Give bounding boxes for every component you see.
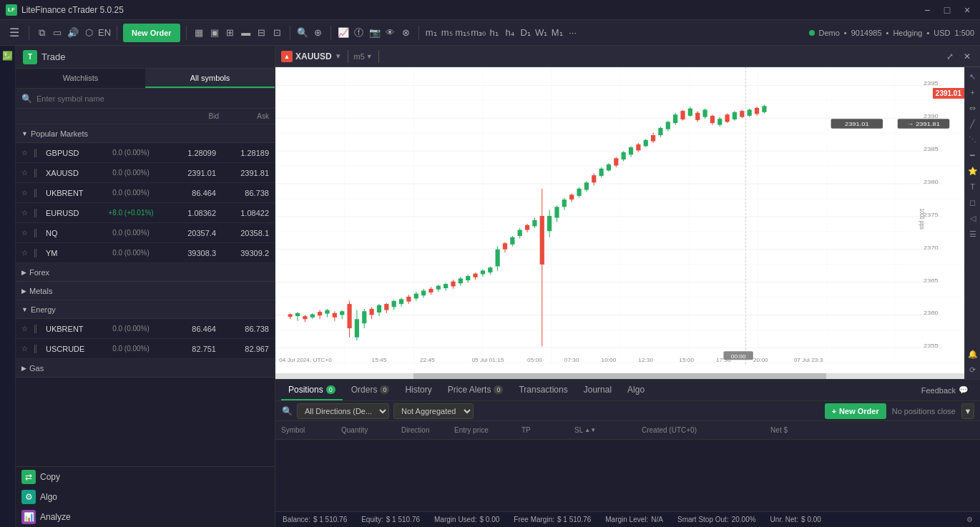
- minimize-button[interactable]: −: [920, 3, 934, 17]
- object-list-tool[interactable]: ☰: [966, 227, 979, 240]
- tf-h4[interactable]: h₄: [504, 26, 516, 39]
- symbol-row[interactable]: ☆ ║ GBPUSD 0.0 (0.00%) 1.28099 1.28189: [16, 143, 275, 163]
- svg-rect-25: [303, 316, 307, 319]
- symbol-row[interactable]: ☆ ║ UKBRENT 0.0 (0.00%) 86.464 86.738: [16, 183, 275, 203]
- chart-layout-icon-2[interactable]: ▬: [240, 26, 253, 39]
- new-order-button[interactable]: New Order: [123, 24, 180, 42]
- tab-all-symbols[interactable]: All symbols: [145, 69, 275, 88]
- tf-d1[interactable]: D₁: [519, 26, 532, 39]
- chart-timeframe[interactable]: m5 ▼: [354, 52, 373, 61]
- tf-m1[interactable]: m₁: [425, 26, 438, 39]
- tab-algo[interactable]: Algo: [620, 380, 652, 400]
- close-dropdown-button[interactable]: ▼: [961, 403, 974, 419]
- app-title: LiteFinance cTrader 5.0.25: [21, 5, 124, 15]
- favorite-icon[interactable]: ☆: [21, 169, 30, 177]
- maximize-button[interactable]: □: [940, 3, 954, 17]
- layers-icon[interactable]: ⊗: [400, 26, 413, 39]
- symbol-row[interactable]: ☆ ║ EURUSD +8.0 (+0.01%) 1.08362 1.08422: [16, 203, 275, 223]
- toolbar-icon-3[interactable]: 🔊: [67, 26, 79, 39]
- direction-filter[interactable]: All Directions (De...: [297, 403, 389, 419]
- positions-new-order-button[interactable]: + New Order: [825, 403, 886, 419]
- symbol-row[interactable]: ☆ ║ UKBRENT 0.0 (0.00%) 86.464 86.738: [16, 319, 275, 339]
- tf-m5[interactable]: m₅: [441, 26, 454, 39]
- trade-nav-icon[interactable]: 💹: [1, 49, 15, 63]
- chart-layout-icon-4[interactable]: ⊡: [271, 26, 284, 39]
- svg-rect-99: [577, 189, 581, 196]
- menu-button[interactable]: ☰: [6, 24, 23, 41]
- chart-settings-btn[interactable]: ✕: [960, 49, 974, 64]
- indicator-icon[interactable]: 📈: [337, 26, 350, 39]
- chart-expand-btn[interactable]: ⤢: [943, 49, 957, 64]
- symbol-row[interactable]: ☆ ║ YM 0.0 (0.00%) 39308.3 39309.2: [16, 243, 275, 263]
- tab-watchlists[interactable]: Watchlists: [16, 69, 145, 88]
- draw-tool-4[interactable]: ⭐: [966, 164, 979, 177]
- toolbar-icon-1[interactable]: ⧉: [35, 26, 48, 39]
- chart-symbol[interactable]: ▲ XAUUSD ▼: [281, 51, 342, 62]
- tf-h1[interactable]: h₁: [488, 26, 501, 39]
- chart-type-icon-2[interactable]: ▣: [208, 26, 221, 39]
- favorite-icon[interactable]: ☆: [21, 249, 30, 257]
- copy-nav-item[interactable]: ⇄ Copy: [16, 467, 275, 487]
- favorite-icon[interactable]: ☆: [21, 325, 30, 333]
- tab-orders[interactable]: Orders 0: [344, 380, 397, 400]
- pan-tool[interactable]: ⇔: [966, 102, 979, 114]
- tab-transactions[interactable]: Transactions: [511, 380, 574, 400]
- draw-tool-5[interactable]: T: [966, 180, 979, 193]
- trade-tool[interactable]: ⟳: [966, 363, 979, 376]
- draw-tool-7[interactable]: ◁: [966, 212, 979, 225]
- symbol-row[interactable]: ☆ ║ XAUUSD 0.0 (0.00%) 2391.01 2391.81: [16, 163, 275, 183]
- aggregation-filter[interactable]: Not Aggregated: [393, 403, 474, 419]
- favorite-icon[interactable]: ☆: [21, 229, 30, 237]
- section-header-forex[interactable]: ▶ Forex: [16, 263, 275, 282]
- draw-tool-6[interactable]: ◻: [966, 196, 979, 209]
- positions-search-icon[interactable]: 🔍: [281, 405, 293, 417]
- favorite-icon[interactable]: ☆: [21, 345, 30, 353]
- zoom-icon[interactable]: ⊕: [312, 26, 325, 39]
- feedback-button[interactable]: Feedback 💬: [916, 385, 974, 395]
- cursor-tool[interactable]: ↖: [966, 70, 979, 83]
- balance-label: Balance:: [283, 516, 310, 523]
- tf-w1[interactable]: W₁: [535, 26, 548, 39]
- close-button[interactable]: ×: [960, 3, 974, 17]
- search-chart-icon[interactable]: 🔍: [296, 26, 309, 39]
- draw-tool-2[interactable]: ⋱: [966, 133, 979, 146]
- toolbar-icon-4[interactable]: ⬡: [82, 26, 95, 39]
- tf-m30[interactable]: m₃₀: [472, 26, 485, 39]
- chart-scrollbar-x[interactable]: [275, 373, 964, 379]
- zoom-tool[interactable]: +: [966, 86, 979, 99]
- tab-positions[interactable]: Positions 0: [281, 380, 343, 400]
- chart-type-icon[interactable]: ▦: [192, 26, 205, 39]
- section-header-gas[interactable]: ▶ Gas: [16, 359, 275, 378]
- draw-tool-1[interactable]: ╱: [966, 117, 979, 130]
- toolbar-icon-2[interactable]: ▭: [51, 26, 64, 39]
- chart-layout-icon-3[interactable]: ⊟: [255, 26, 268, 39]
- objects-icon[interactable]: ⓕ: [353, 26, 366, 39]
- col-sl[interactable]: SL ▲▼: [574, 426, 639, 434]
- symbol-row[interactable]: ☆ ║ USCRUDE 0.0 (0.00%) 82.751 82.967: [16, 339, 275, 359]
- section-header-metals[interactable]: ▶ Metals: [16, 282, 275, 300]
- favorite-icon[interactable]: ☆: [21, 149, 30, 157]
- section-header-popular-markets[interactable]: ▼ Popular Markets: [16, 124, 275, 143]
- draw-tool-3[interactable]: ━: [966, 149, 979, 162]
- favorite-icon[interactable]: ☆: [21, 209, 30, 217]
- chart-scrollbar-thumb[interactable]: [413, 373, 827, 379]
- status-gear-icon[interactable]: ⚙: [966, 516, 973, 523]
- camera-icon[interactable]: 📷: [368, 26, 381, 39]
- analyze-nav-item[interactable]: 📊 Analyze: [16, 507, 275, 527]
- tab-price-alerts[interactable]: Price Alerts 0: [441, 380, 511, 400]
- search-input[interactable]: [36, 94, 269, 103]
- toolbar-icon-5[interactable]: EN: [98, 26, 111, 39]
- alert-tool[interactable]: 🔔: [966, 348, 979, 360]
- eye-icon[interactable]: 👁: [384, 26, 397, 39]
- algo-nav-item[interactable]: ⚙ Algo: [16, 487, 275, 507]
- tf-m15[interactable]: m₁₅: [456, 26, 469, 39]
- favorite-icon[interactable]: ☆: [21, 189, 30, 197]
- section-header-energy[interactable]: ▼ Energy: [16, 300, 275, 319]
- tab-journal[interactable]: Journal: [577, 380, 619, 400]
- tf-m1-large[interactable]: M₁: [551, 26, 564, 39]
- tab-history[interactable]: History: [398, 380, 438, 400]
- chart-layout-icon[interactable]: ⊞: [224, 26, 237, 39]
- symbol-row[interactable]: ☆ ║ NQ 0.0 (0.00%) 20357.4 20358.1: [16, 223, 275, 243]
- more-tf[interactable]: ···: [567, 26, 579, 39]
- symbol-name: YM: [46, 249, 96, 257]
